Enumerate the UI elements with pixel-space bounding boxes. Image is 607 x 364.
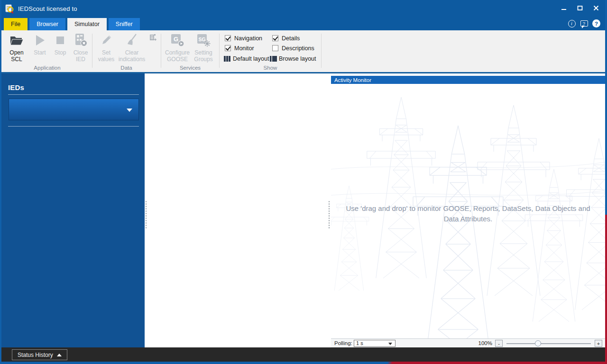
setting-groups-button[interactable]: SG Setting Groups — [190, 32, 217, 63]
ieds-heading: IEDs — [8, 83, 24, 91]
activity-monitor-panel: Activity Monitor Use ' — [331, 73, 605, 347]
group-label-show: Show — [220, 65, 321, 71]
ribbon-separator — [161, 34, 161, 68]
navigation-checkbox-icon — [225, 35, 231, 41]
chevron-down-icon — [127, 109, 132, 112]
window-border-right — [605, 0, 607, 364]
status-bar: Status History — [1, 347, 605, 362]
about-button[interactable]: i — [568, 19, 576, 27]
ribbon-group-data: Set values Clear indications — [93, 30, 160, 71]
ribbon-separator — [219, 34, 220, 68]
setting-groups-icon: SG — [196, 33, 211, 48]
polling-label: Polling: — [334, 340, 352, 346]
report-export-button[interactable] — [147, 32, 158, 43]
left-splitter[interactable] — [145, 73, 148, 347]
window-border-left — [0, 0, 1, 364]
zoom-out-button[interactable]: - — [495, 340, 503, 347]
goose-icon: G — [170, 33, 185, 48]
group-label-application: Application — [3, 65, 92, 71]
info-icon: i — [568, 20, 576, 27]
sidebar-divider — [8, 94, 139, 95]
tab-sniffer[interactable]: Sniffer — [109, 18, 140, 30]
ied-selector-dropdown[interactable] — [9, 99, 139, 120]
tab-simulator[interactable]: Simulator — [67, 18, 107, 30]
stop-icon — [55, 35, 66, 46]
descriptions-checkbox-icon — [272, 45, 278, 51]
checkbox-details[interactable]: Details — [272, 33, 314, 43]
feedback-icon: ? — [580, 20, 588, 27]
details-checkbox-icon — [272, 35, 278, 41]
chevron-up-icon — [57, 354, 62, 356]
tab-browser[interactable]: Browser — [29, 18, 65, 30]
ribbon-group-services: G Configure GOOSE SG Setting Groups — [162, 30, 219, 71]
iedscout-window: IEDScout licensed to File Browser Simula… — [0, 0, 607, 364]
checkbox-navigation[interactable]: Navigation — [225, 33, 262, 43]
open-folder-icon — [9, 34, 24, 46]
zoom-slider-thumb[interactable] — [535, 340, 541, 346]
group-label-data: Data — [93, 65, 160, 71]
close-icon — [593, 5, 599, 11]
ribbon: Open SCL Start Stop — [0, 30, 607, 73]
polling-bar: Polling: 1 s 100% - + — [331, 338, 605, 347]
window-border-bottom — [0, 362, 607, 364]
ieds-sidebar: IEDs — [1, 73, 145, 347]
stop-button[interactable]: Stop — [50, 32, 70, 56]
monitor-checkbox-icon — [225, 45, 231, 51]
help-button[interactable]: ? — [592, 19, 600, 27]
status-history-label: Status History — [18, 352, 53, 358]
browse-layout-button[interactable]: Browse layout — [270, 55, 316, 62]
right-splitter[interactable] — [328, 73, 331, 347]
zoom-level-label: 100% — [478, 340, 492, 346]
sidebar-divider — [8, 126, 139, 127]
ribbon-tab-bar: File Browser Simulator Sniffer i ? ? — [0, 18, 607, 30]
status-history-button[interactable]: Status History — [12, 349, 67, 360]
default-layout-icon — [224, 56, 231, 62]
set-values-button[interactable]: Set values — [94, 32, 119, 63]
drag-drop-hint: Use 'drag and drop' to monitor GOOSE, Re… — [345, 203, 591, 224]
browse-layout-icon — [270, 56, 277, 62]
default-layout-button[interactable]: Default layout — [224, 55, 269, 62]
play-icon — [34, 34, 46, 46]
ribbon-separator — [321, 34, 322, 68]
ribbon-separator — [92, 34, 92, 68]
polling-interval-dropdown[interactable]: 1 s — [354, 340, 395, 347]
close-ied-button[interactable]: Close IED — [70, 32, 92, 63]
zoom-in-button[interactable]: + — [595, 340, 602, 347]
window-title: IEDScout licensed to — [18, 5, 77, 12]
zoom-slider[interactable] — [506, 343, 591, 344]
start-button[interactable]: Start — [30, 32, 49, 56]
checkbox-monitor[interactable]: Monitor — [225, 43, 262, 53]
splitter-grip-icon — [145, 200, 147, 229]
maximize-icon — [577, 5, 583, 11]
splitter-grip-icon — [328, 200, 331, 229]
ied-close-icon — [73, 33, 88, 47]
minimize-icon — [561, 5, 567, 11]
polling-interval-value: 1 s — [356, 340, 363, 346]
checkbox-descriptions[interactable]: Descriptions — [272, 43, 314, 53]
document-export-icon — [149, 34, 157, 42]
maximize-button[interactable] — [577, 5, 583, 11]
minimize-button[interactable] — [561, 5, 567, 11]
activity-monitor-title: Activity Monitor — [334, 77, 371, 83]
ribbon-group-application: Open SCL Start Stop — [3, 30, 92, 71]
iedscout-app-icon — [5, 4, 15, 14]
svg-text:G: G — [174, 36, 178, 43]
clear-indications-button[interactable]: Clear indications — [116, 32, 148, 63]
group-label-services: Services — [162, 65, 219, 71]
configure-goose-button[interactable]: G Configure GOOSE — [162, 32, 193, 63]
activity-monitor-header: Activity Monitor — [331, 76, 605, 84]
pencil-icon — [100, 34, 112, 46]
title-bar: IEDScout licensed to — [0, 0, 607, 18]
svg-text:SG: SG — [198, 36, 205, 42]
help-icon: ? — [592, 19, 600, 27]
open-scl-button[interactable]: Open SCL — [5, 32, 28, 63]
ribbon-group-show: Navigation Monitor Details Descriptions — [220, 30, 321, 71]
tab-file[interactable]: File — [4, 18, 28, 30]
feedback-button[interactable]: ? — [580, 19, 588, 27]
activity-monitor-body[interactable]: Use 'drag and drop' to monitor GOOSE, Re… — [331, 84, 605, 338]
navigation-panel — [148, 73, 328, 347]
chevron-down-icon — [388, 343, 392, 345]
broom-icon — [126, 34, 138, 47]
close-button[interactable] — [593, 5, 599, 11]
